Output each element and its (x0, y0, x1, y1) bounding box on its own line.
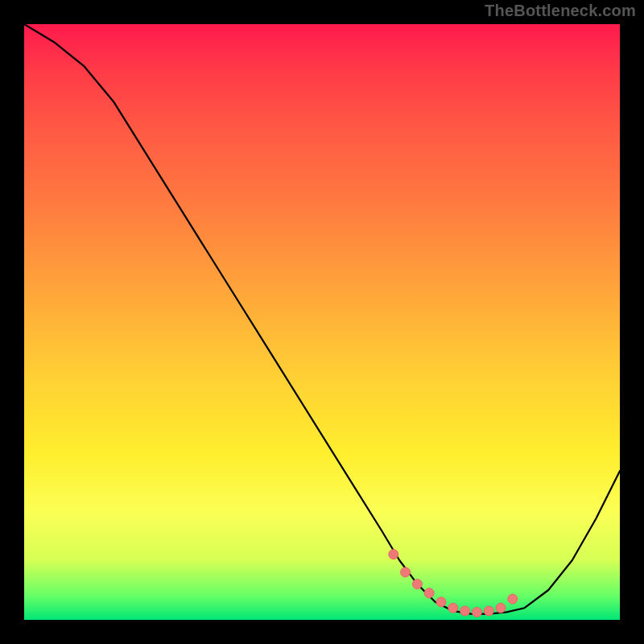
highlight-markers (389, 550, 518, 617)
bottleneck-curve (24, 24, 620, 614)
marker-dot (436, 597, 446, 607)
chart-frame: TheBottleneck.com (0, 0, 644, 644)
marker-dot (472, 607, 481, 617)
marker-dot (484, 606, 493, 616)
chart-svg (24, 24, 620, 620)
marker-dot (424, 588, 434, 598)
watermark-text: TheBottleneck.com (485, 2, 636, 20)
marker-dot (448, 603, 458, 613)
marker-dot (496, 603, 506, 613)
marker-dot (460, 606, 470, 616)
marker-dot (401, 568, 411, 577)
plot-area (24, 24, 620, 620)
marker-dot (389, 550, 398, 559)
marker-dot (508, 594, 518, 604)
marker-dot (412, 580, 422, 589)
